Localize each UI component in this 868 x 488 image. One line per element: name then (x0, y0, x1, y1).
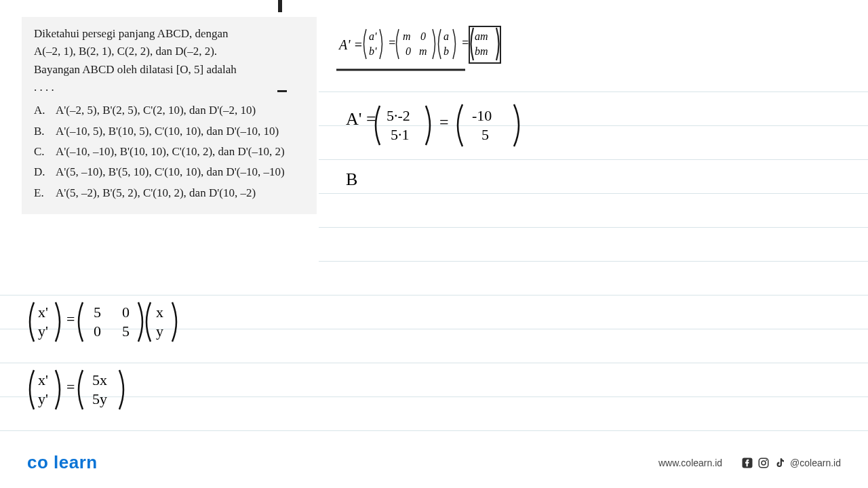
svg-text:m: m (403, 30, 411, 42)
colearn-logo: co learn (27, 452, 98, 473)
svg-text:5: 5 (481, 126, 489, 143)
svg-text:x': x' (38, 304, 48, 321)
option-e: E. A'(5, –2), B'(5, 2), C'(10, 2), dan D… (34, 184, 304, 202)
option-letter: D. (34, 163, 56, 181)
option-c: C. A'(–10, –10), B'(10, 10), C'(10, 2), … (34, 143, 304, 161)
option-text: A'(–10, –10), B'(10, 10), C'(10, 2), dan… (56, 143, 304, 161)
svg-text:y': y' (38, 390, 48, 407)
svg-text:=: = (461, 36, 469, 49)
prompt-line-3: Bayangan ABCD oleh dilatasi [O, 5] adala… (34, 63, 237, 76)
svg-text:5: 5 (122, 323, 130, 340)
svg-text:A' =: A' = (346, 109, 376, 129)
svg-text:0: 0 (406, 45, 411, 57)
svg-text:0: 0 (420, 30, 426, 42)
formula-lhs: A' = (338, 37, 363, 52)
svg-text:0: 0 (122, 304, 130, 321)
svg-text:b': b' (369, 45, 377, 57)
svg-text:a': a' (369, 30, 377, 42)
handwritten-matrix-form: x' y' = 5 0 0 5 x y (27, 298, 244, 355)
prompt-line-2: A(–2, 1), B(2, 1), C(2, 2), dan D(–2, 2)… (34, 45, 217, 58)
svg-text:5·-2: 5·-2 (387, 107, 410, 124)
option-d: D. A'(5, –10), B'(5, 10), C'(10, 10), da… (34, 163, 304, 181)
svg-text:m: m (419, 45, 427, 57)
footer-url: www.colearn.id (658, 458, 722, 468)
footer: co learn www.colearn.id @colearn.id (0, 452, 868, 473)
prompt-dots: . . . . (34, 81, 54, 94)
option-text: A'(–10, 5), B'(10, 5), C'(10, 10), dan D… (56, 123, 304, 140)
option-text: A'(5, –10), B'(5, 10), C'(10, 10), dan D… (56, 163, 304, 181)
svg-text:=: = (388, 36, 396, 49)
instagram-icon (757, 457, 770, 469)
option-letter: B. (34, 123, 56, 140)
answer-letter: B (346, 169, 357, 189)
facebook-icon (741, 457, 753, 469)
svg-text:5·1: 5·1 (391, 126, 410, 143)
underline-5 (277, 90, 287, 92)
svg-text:x': x' (38, 371, 48, 388)
footer-right: www.colearn.id @colearn.id (658, 457, 841, 469)
dilation-formula: A' = a' b' = m 0 0 m a b = am bm (339, 24, 515, 81)
svg-text:bm: bm (475, 45, 488, 57)
prompt-line-1: Diketahui persegi panjang ABCD, dengan (34, 27, 229, 40)
svg-text:y': y' (38, 323, 48, 340)
social-group: @colearn.id (741, 457, 841, 469)
question-prompt: Diketahui persegi panjang ABCD, dengan A… (34, 25, 304, 96)
option-letter: A. (34, 102, 56, 119)
svg-text:0: 0 (94, 323, 101, 340)
option-a: A. A'(–2, 5), B'(2, 5), C'(2, 10), dan D… (34, 102, 304, 119)
svg-point-36 (762, 461, 766, 465)
option-b: B. A'(–10, 5), B'(10, 5), C'(10, 10), da… (34, 123, 304, 140)
svg-text:x: x (156, 304, 163, 321)
option-text: A'(–2, 5), B'(2, 5), C'(2, 10), dan D'(–… (56, 102, 304, 119)
top-tick-mark (278, 0, 282, 12)
svg-text:5: 5 (94, 304, 101, 321)
svg-text:a: a (443, 30, 449, 42)
option-letter: E. (34, 184, 56, 202)
handwritten-a-prime: A' = 5·-2 5·1 = -10 5 (346, 102, 590, 159)
svg-text:y: y (156, 323, 163, 340)
question-box: Diketahui persegi panjang ABCD, dengan A… (22, 17, 317, 214)
option-letter: C. (34, 143, 56, 161)
svg-text:=: = (66, 378, 75, 395)
svg-text:am: am (475, 30, 488, 42)
svg-text:b: b (443, 45, 449, 57)
handwritten-answer: B (346, 169, 357, 190)
svg-text:-10: -10 (472, 107, 492, 124)
svg-text:=: = (439, 113, 449, 131)
tiktok-icon (774, 457, 786, 469)
option-text: A'(5, –2), B'(5, 2), C'(10, 2), dan D'(1… (56, 184, 304, 202)
social-handle: @colearn.id (790, 458, 841, 468)
svg-text:=: = (66, 310, 75, 327)
svg-text:5y: 5y (92, 390, 107, 407)
svg-text:5x: 5x (92, 371, 107, 388)
options-list: A. A'(–2, 5), B'(2, 5), C'(2, 10), dan D… (34, 102, 304, 202)
svg-point-37 (766, 459, 767, 460)
handwritten-result-form: x' y' = 5x 5y (27, 366, 176, 423)
